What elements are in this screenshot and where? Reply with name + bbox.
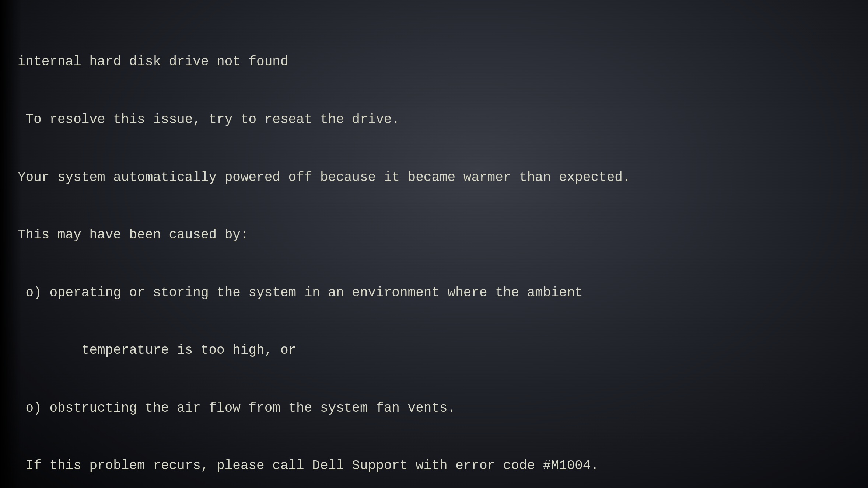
terminal-line-6: temperature is too high, or [18, 341, 630, 360]
terminal-line-1: internal hard disk drive not found [18, 52, 630, 72]
terminal-output: internal hard disk drive not found To re… [10, 10, 630, 488]
terminal-line-2: To resolve this issue, try to reseat the… [18, 110, 630, 129]
terminal-line-5: o) operating or storing the system in an… [18, 283, 630, 303]
bios-screen: internal hard disk drive not found To re… [0, 0, 868, 488]
terminal-line-4: This may have been caused by: [18, 226, 630, 245]
terminal-line-8: If this problem recurs, please call Dell… [18, 456, 630, 475]
terminal-line-7: o) obstructing the air flow from the sys… [18, 399, 630, 418]
terminal-line-3: Your system automatically powered off be… [18, 168, 630, 187]
